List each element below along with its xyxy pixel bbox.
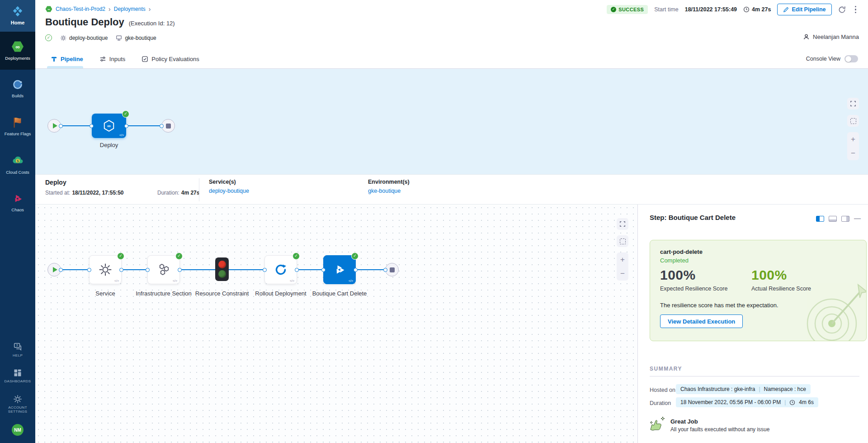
stage-node-deploy[interactable]: ∞ </> bbox=[92, 114, 126, 138]
sidebar-item-cloud-costs[interactable]: $ Cloud Costs bbox=[0, 146, 35, 184]
sidebar-item-label: DASHBOARDS bbox=[4, 379, 31, 384]
step-label[interactable]: Infrastructure Section bbox=[134, 290, 193, 298]
expected-score-label: Expected Resilience Score bbox=[660, 286, 727, 292]
more-options-button[interactable] bbox=[852, 5, 859, 14]
sidebar-item-label: Deployments bbox=[5, 56, 30, 61]
title-row: Boutique Deploy (Execution Id: 12) bbox=[45, 16, 175, 28]
dashboards-icon bbox=[13, 368, 22, 377]
service-tag[interactable]: deploy-boutique bbox=[60, 35, 108, 41]
connector-port bbox=[119, 268, 123, 272]
step-label[interactable]: Rollout Deployment bbox=[251, 290, 310, 298]
code-view-mark: </> bbox=[173, 279, 177, 282]
step-label[interactable]: Service bbox=[76, 290, 135, 298]
environment-icon bbox=[116, 35, 122, 41]
step-node-resource-constraint[interactable] bbox=[215, 257, 229, 281]
chip-namespace: Namespace : hce bbox=[764, 386, 806, 392]
help-icon: ? bbox=[13, 342, 23, 352]
toggle-knob bbox=[845, 56, 851, 62]
service-link[interactable]: deploy-boutique bbox=[209, 188, 249, 194]
sidebar-item-label: Cloud Costs bbox=[6, 170, 29, 175]
inputs-icon bbox=[99, 56, 106, 62]
environment-tag[interactable]: gke-boutique bbox=[116, 35, 156, 41]
step-node-boutique-cart-delete[interactable]: </> bbox=[323, 255, 356, 284]
success-badge-icon bbox=[175, 252, 183, 260]
user-chip[interactable]: Neelanjan Manna bbox=[803, 33, 859, 40]
sidebar: Home ∞ Deployments Builds Feature Flags … bbox=[0, 0, 35, 443]
success-check-icon bbox=[45, 34, 52, 41]
gear-icon bbox=[13, 395, 22, 404]
console-view-label: Console View bbox=[806, 56, 840, 62]
fullscreen-button[interactable] bbox=[847, 98, 859, 110]
pipeline-end-node[interactable] bbox=[161, 119, 175, 133]
stage-pipeline-canvas[interactable]: ∞ </> Deploy + − bbox=[35, 69, 868, 174]
duration-chip: 4m 27s bbox=[743, 6, 771, 13]
start-time-label: Start time bbox=[654, 6, 679, 13]
zoom-out-button[interactable]: − bbox=[847, 146, 859, 160]
step-label[interactable]: Resource Constraint bbox=[193, 290, 251, 298]
connector-port bbox=[59, 124, 63, 128]
connector-port bbox=[87, 268, 91, 272]
sidebar-item-chaos[interactable]: Chaos bbox=[0, 184, 35, 222]
console-view-toggle[interactable] bbox=[844, 55, 858, 62]
zoom-in-button[interactable]: + bbox=[847, 132, 859, 146]
sidebar-item-account-settings[interactable]: ACCOUNT SETTINGS bbox=[0, 389, 35, 419]
marquee-icon bbox=[620, 238, 626, 244]
breadcrumb-deployments-link[interactable]: Deployments bbox=[114, 6, 146, 12]
sidebar-item-feature-flags[interactable]: Feature Flags bbox=[0, 108, 35, 146]
tab-label: Policy Evaluations bbox=[151, 56, 199, 62]
step-node-infrastructure[interactable]: </> bbox=[147, 255, 180, 284]
stage-node-label[interactable]: Deploy bbox=[80, 141, 138, 150]
pipeline-start-node[interactable] bbox=[47, 119, 61, 133]
start-time-value: 18/11/2022 17:55:49 bbox=[685, 6, 737, 13]
experiment-name: cart-pod-delete bbox=[660, 248, 703, 255]
marquee-select-button[interactable] bbox=[617, 235, 628, 247]
step-node-service[interactable]: </> bbox=[89, 255, 122, 284]
step-detail-panel: Step: Boutique Cart Delete — bbox=[637, 205, 868, 443]
refresh-button[interactable] bbox=[838, 6, 846, 14]
user-avatar[interactable]: NM bbox=[12, 424, 24, 436]
sidebar-item-label: HELP bbox=[13, 353, 23, 358]
pencil-icon bbox=[783, 7, 789, 13]
fullscreen-button[interactable] bbox=[617, 218, 628, 230]
breadcrumb-project-link[interactable]: Chaos-Test-in-Prod2 bbox=[56, 6, 105, 12]
step-label[interactable]: Boutique Cart Delete bbox=[310, 290, 369, 298]
sidebar-item-label: Builds bbox=[12, 93, 24, 98]
zoom-in-button[interactable]: + bbox=[617, 252, 628, 267]
experiment-status: Completed bbox=[660, 257, 689, 264]
layout-bottom-view-button[interactable] bbox=[829, 216, 837, 222]
sidebar-item-home[interactable]: Home bbox=[0, 0, 35, 32]
fullscreen-icon bbox=[850, 100, 856, 107]
main-content: ∞ Chaos-Test-in-Prod2 Deployments SUCCES… bbox=[35, 0, 868, 443]
zoom-out-button[interactable]: − bbox=[617, 267, 628, 281]
sidebar-item-help[interactable]: ? HELP bbox=[0, 336, 35, 363]
execution-start-node[interactable] bbox=[47, 263, 61, 276]
layout-split-view-button[interactable] bbox=[816, 216, 824, 222]
actual-score-label: Actual Resilience Score bbox=[751, 286, 811, 292]
execution-region: </> </> </> bbox=[35, 205, 868, 443]
marquee-select-button[interactable] bbox=[847, 115, 859, 127]
step-node-rollout-deployment[interactable]: </> bbox=[264, 255, 297, 284]
sidebar-item-builds[interactable]: Builds bbox=[0, 70, 35, 108]
execution-graph-canvas[interactable]: </> </> </> bbox=[35, 205, 637, 443]
tab-inputs[interactable]: Inputs bbox=[99, 56, 125, 62]
pipeline-icon bbox=[51, 56, 57, 62]
sidebar-item-dashboards[interactable]: DASHBOARDS bbox=[0, 363, 35, 389]
view-detailed-execution-button[interactable]: View Detailed Execution bbox=[660, 314, 743, 328]
sidebar-item-deployments[interactable]: ∞ Deployments bbox=[0, 32, 35, 70]
layout-right-view-button[interactable] bbox=[841, 216, 849, 222]
connector-port bbox=[354, 268, 358, 272]
harness-home-icon bbox=[12, 5, 24, 17]
execution-id: (Execution Id: 12) bbox=[129, 20, 175, 28]
tab-policy-evaluations[interactable]: Policy Evaluations bbox=[142, 56, 199, 62]
execution-end-node[interactable] bbox=[385, 263, 399, 276]
check-circle-icon bbox=[611, 7, 616, 12]
success-badge-icon bbox=[351, 252, 359, 260]
deployments-icon: ∞ bbox=[11, 40, 24, 53]
minimize-panel-button[interactable]: — bbox=[854, 214, 861, 223]
edit-pipeline-button[interactable]: Edit Pipeline bbox=[777, 4, 831, 15]
tab-pipeline[interactable]: Pipeline bbox=[51, 56, 83, 62]
stage-details-title: Deploy bbox=[45, 179, 66, 186]
environment-link[interactable]: gke-boutique bbox=[368, 188, 401, 194]
svg-text:?: ? bbox=[16, 343, 18, 348]
success-badge-icon bbox=[117, 252, 124, 260]
